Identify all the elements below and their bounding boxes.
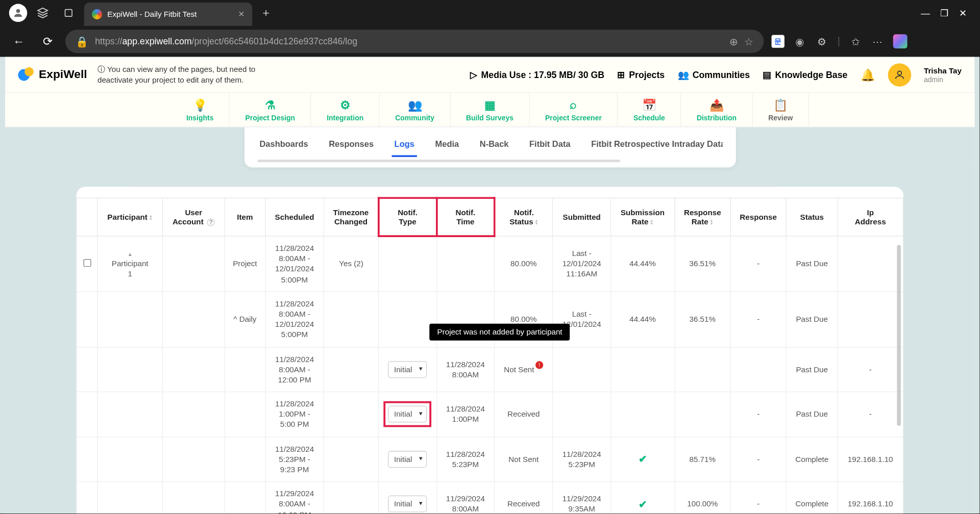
subnav-responses[interactable]: Responses [326, 135, 376, 157]
subnav-fitbit-data[interactable]: Fitbit Data [527, 135, 573, 157]
workspaces-icon[interactable] [32, 3, 53, 23]
grammarly-icon[interactable]: ◉ [794, 35, 806, 47]
cell: - [730, 482, 786, 513]
nav-project-design[interactable]: ⚗Project Design [230, 93, 311, 126]
nav-review[interactable]: 📋Review [753, 93, 809, 126]
avatar[interactable] [888, 63, 911, 87]
notif-type-select[interactable]: Initial [388, 406, 427, 423]
subnav-fitbit-retrospective-intraday-data[interactable]: Fitbit Retrospective Intraday Data [589, 135, 723, 157]
col-ip-address[interactable]: IpAddress [838, 198, 903, 236]
notif-type-select[interactable]: Initial [388, 361, 427, 378]
nav-icon: 👥 [408, 98, 422, 111]
new-tab-button[interactable]: + [257, 6, 275, 20]
help-icon[interactable]: ? [207, 218, 214, 226]
col-timezone-changed[interactable]: TimezoneChanged [324, 198, 379, 236]
subnav-logs[interactable]: Logs [392, 135, 417, 157]
col-status[interactable]: Status [786, 198, 838, 236]
col-user-account[interactable]: UserAccount ? [163, 198, 225, 236]
cell: - [730, 236, 786, 292]
cell: Received [495, 392, 553, 437]
col-submitted[interactable]: Submitted [553, 198, 610, 236]
subnav-dashboards[interactable]: Dashboards [257, 135, 311, 157]
cell: Not Sent! [495, 347, 553, 392]
col-scheduled[interactable]: Scheduled [265, 198, 324, 236]
close-window-icon[interactable]: ✕ [959, 8, 967, 18]
url-bar[interactable]: 🔒 https://app.expiwell.com/project/66c54… [65, 30, 764, 53]
favorite-icon[interactable]: ☆ [744, 35, 753, 47]
back-button[interactable]: ← [8, 32, 30, 51]
info-banner: You can view any of the pages, but need … [97, 64, 291, 86]
cell [97, 292, 163, 347]
nav-integration[interactable]: ⚙Integration [311, 93, 380, 126]
table-row: ▲Participant1Project11/28/20248:00AM -12… [77, 236, 903, 292]
cell: Complete [786, 482, 838, 513]
col-response-rate[interactable]: ResponseRate▲▼ [675, 198, 730, 236]
logs-table: Participant▲▼UserAccount ?ItemScheduledT… [77, 197, 903, 513]
col-item[interactable]: Item [225, 198, 265, 236]
zoom-icon[interactable]: ⊕ [729, 35, 738, 47]
projects-link[interactable]: ⊞Projects [617, 69, 665, 80]
sort-icon[interactable]: ▲▼ [149, 214, 153, 221]
check-icon: ✔ [639, 499, 647, 510]
cell: 80.00% [495, 236, 553, 292]
sort-icon[interactable]: ▲▼ [650, 219, 654, 225]
row-checkbox-cell [77, 482, 97, 513]
nav-project-screener[interactable]: ⌕Project Screener [530, 93, 618, 126]
nav-schedule[interactable]: 📅Schedule [618, 93, 681, 126]
col-participant[interactable]: Participant▲▼ [97, 198, 163, 236]
cell: 100.00% [675, 482, 730, 513]
subnav-media[interactable]: Media [433, 135, 462, 157]
tab-actions-icon[interactable] [58, 3, 79, 23]
col-notif-time[interactable]: Notif.Time [436, 198, 494, 236]
nav-distribution[interactable]: 📤Distribution [681, 93, 753, 126]
sort-icon[interactable]: ▲▼ [709, 219, 714, 225]
copilot-icon[interactable] [893, 34, 908, 48]
more-icon[interactable]: ⋯ [871, 35, 884, 47]
translate-icon[interactable]: 문 [772, 35, 785, 47]
cell [436, 236, 494, 292]
col-submission-rate[interactable]: SubmissionRate▲▼ [610, 198, 674, 236]
cell: Initial [379, 482, 436, 513]
cell: 36.51% [675, 292, 730, 347]
notif-type-select[interactable]: Initial [388, 451, 427, 468]
col-notif-status[interactable]: Notif.Status▲▼ [495, 198, 553, 236]
media-use: ▷ Media Use : 17.95 MB/ 30 GB [470, 69, 604, 80]
col-response[interactable]: Response [730, 198, 786, 236]
communities-link[interactable]: 👥Communities [678, 69, 750, 80]
cell [610, 392, 674, 437]
browser-tab[interactable]: ExpiWell - Daily Fitbit Test × [84, 3, 252, 26]
kb-link[interactable]: ▤Knowledge Base [763, 69, 847, 80]
minimize-icon[interactable]: — [921, 8, 930, 18]
tab-close-icon[interactable]: × [238, 8, 244, 20]
people-icon: 👥 [678, 69, 689, 80]
favorites-bar-icon[interactable]: ✩ [849, 35, 862, 47]
address-bar: ← ⟳ 🔒 https://app.expiwell.com/project/6… [0, 26, 980, 57]
subnav-n-back[interactable]: N-Back [477, 135, 511, 157]
cell: 11/28/20245:23PM [553, 437, 610, 482]
extensions-icon[interactable]: ⚙ [816, 35, 828, 47]
cell [225, 482, 265, 513]
cell [379, 236, 436, 292]
table-scrollbar[interactable] [897, 245, 901, 426]
refresh-button[interactable]: ⟳ [37, 32, 57, 51]
row-checkbox-cell [77, 236, 97, 292]
cell: Last -12/01/202411:16AM [553, 236, 610, 292]
chevron-up-icon[interactable]: ▲ [128, 251, 133, 257]
cell: - [730, 437, 786, 482]
cell [553, 392, 610, 437]
notif-type-select[interactable]: Initial [388, 496, 427, 512]
sort-icon[interactable]: ▲▼ [534, 219, 538, 225]
profile-icon[interactable] [9, 4, 27, 22]
row-checkbox[interactable] [83, 259, 91, 267]
sub-nav-scrollbar[interactable] [257, 160, 621, 162]
col-notif-type[interactable]: Notif.Type [379, 198, 436, 236]
nav-community[interactable]: 👥Community [380, 93, 451, 126]
maximize-icon[interactable]: ❐ [940, 8, 948, 18]
main-nav: 💡Insights⚗Project Design⚙Integration👥Com… [5, 93, 974, 127]
nav-build-surveys[interactable]: ▦Build Surveys [451, 93, 530, 126]
logo[interactable]: ExpiWell [18, 67, 87, 82]
cell [225, 347, 265, 392]
cell: Project [225, 236, 265, 292]
bell-icon[interactable]: 🔔 [861, 67, 875, 82]
nav-insights[interactable]: 💡Insights [171, 93, 230, 126]
